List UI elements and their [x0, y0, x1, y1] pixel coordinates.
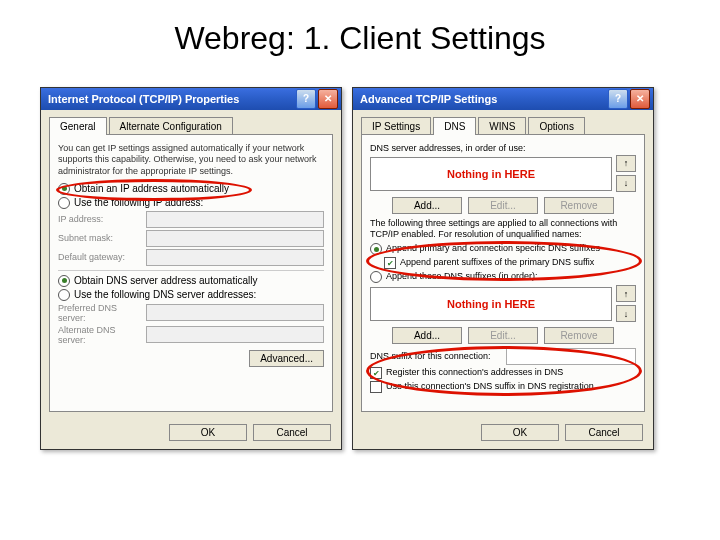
cancel-button[interactable]: Cancel: [565, 424, 643, 441]
remove-button[interactable]: Remove: [544, 197, 614, 214]
default-gateway-field: [146, 249, 324, 266]
help-icon[interactable]: ?: [296, 89, 316, 109]
advanced-tcpip-dialog: Advanced TCP/IP Settings ? ✕ IP Settings…: [352, 87, 654, 450]
preferred-dns-field: [146, 304, 324, 321]
advanced-button[interactable]: Advanced...: [249, 350, 324, 367]
tabstrip: General Alternate Configuration: [41, 110, 341, 134]
tabstrip: IP Settings DNS WINS Options: [353, 110, 653, 134]
window-title: Internet Protocol (TCP/IP) Properties: [44, 93, 294, 105]
radio-label: Obtain DNS server address automatically: [74, 275, 257, 286]
subnet-mask-field: [146, 230, 324, 247]
tab-options[interactable]: Options: [528, 117, 584, 135]
tab-general[interactable]: General: [49, 117, 107, 135]
conn-suffix-field[interactable]: [506, 348, 636, 365]
radio-label: Use the following DNS server addresses:: [74, 289, 256, 300]
slide-title: Webreg: 1. Client Settings: [0, 0, 720, 87]
dns-servers-listbox[interactable]: Nothing in HERE: [370, 157, 612, 191]
help-icon[interactable]: ?: [608, 89, 628, 109]
tab-dns[interactable]: DNS: [433, 117, 476, 135]
checkbox-label: Register this connection's addresses in …: [386, 367, 563, 379]
checkbox-append-parent[interactable]: Append parent suffixes of the primary DN…: [370, 257, 636, 269]
edit-button[interactable]: Edit...: [468, 327, 538, 344]
move-down-button[interactable]: ↓: [616, 305, 636, 322]
tab-ip-settings[interactable]: IP Settings: [361, 117, 431, 135]
radio-label: Obtain an IP address automatically: [74, 183, 229, 194]
radio-label: Append primary and connection specific D…: [386, 243, 600, 255]
checkbox-icon: [384, 257, 396, 269]
dns-list-label: DNS server addresses, in order of use:: [370, 143, 636, 155]
ok-button[interactable]: OK: [169, 424, 247, 441]
window-title: Advanced TCP/IP Settings: [356, 93, 606, 105]
checkbox-use-suffix-registration[interactable]: Use this connection's DNS suffix in DNS …: [370, 381, 636, 393]
divider: [58, 270, 324, 271]
edit-button[interactable]: Edit...: [468, 197, 538, 214]
subnet-mask-label: Subnet mask:: [58, 233, 140, 243]
ok-button[interactable]: OK: [481, 424, 559, 441]
tcpip-properties-dialog: Internet Protocol (TCP/IP) Properties ? …: [40, 87, 342, 450]
radio-icon: [370, 271, 382, 283]
alternate-dns-label: Alternate DNS server:: [58, 325, 140, 345]
close-icon[interactable]: ✕: [630, 89, 650, 109]
move-up-button[interactable]: ↑: [616, 285, 636, 302]
ip-address-field: [146, 211, 324, 228]
preferred-dns-label: Preferred DNS server:: [58, 303, 140, 323]
radio-use-following-ip[interactable]: Use the following IP address:: [58, 197, 324, 209]
checkbox-register-address[interactable]: Register this connection's addresses in …: [370, 367, 636, 379]
dialogs-row: Internet Protocol (TCP/IP) Properties ? …: [0, 87, 720, 450]
checkbox-icon: [370, 367, 382, 379]
radio-icon: [58, 289, 70, 301]
dialog-buttons: OK Cancel: [353, 420, 653, 449]
annotation-nothing-here: Nothing in HERE: [447, 298, 535, 310]
remove-button[interactable]: Remove: [544, 327, 614, 344]
checkbox-label: Append parent suffixes of the primary DN…: [400, 257, 594, 269]
radio-obtain-ip-auto[interactable]: Obtain an IP address automatically: [58, 183, 324, 195]
add-button[interactable]: Add...: [392, 197, 462, 214]
ip-address-label: IP address:: [58, 214, 140, 224]
tab-wins[interactable]: WINS: [478, 117, 526, 135]
alternate-dns-field: [146, 326, 324, 343]
radio-append-primary[interactable]: Append primary and connection specific D…: [370, 243, 636, 255]
ip-hint-text: You can get IP settings assigned automat…: [58, 143, 324, 177]
conn-suffix-label: DNS suffix for this connection:: [370, 351, 500, 363]
tab-body: You can get IP settings assigned automat…: [49, 134, 333, 412]
radio-icon: [58, 197, 70, 209]
default-gateway-label: Default gateway:: [58, 252, 140, 262]
radio-icon: [58, 183, 70, 195]
radio-obtain-dns-auto[interactable]: Obtain DNS server address automatically: [58, 275, 324, 287]
tab-body: DNS server addresses, in order of use: N…: [361, 134, 645, 412]
radio-append-these[interactable]: Append these DNS suffixes (in order):: [370, 271, 636, 283]
tab-alternate-config[interactable]: Alternate Configuration: [109, 117, 233, 135]
checkbox-label: Use this connection's DNS suffix in DNS …: [386, 381, 594, 393]
titlebar[interactable]: Internet Protocol (TCP/IP) Properties ? …: [41, 88, 341, 110]
radio-label: Append these DNS suffixes (in order):: [386, 271, 537, 283]
close-icon[interactable]: ✕: [318, 89, 338, 109]
resolve-hint: The following three settings are applied…: [370, 218, 636, 241]
annotation-nothing-here: Nothing in HERE: [447, 168, 535, 180]
radio-use-following-dns[interactable]: Use the following DNS server addresses:: [58, 289, 324, 301]
add-button[interactable]: Add...: [392, 327, 462, 344]
titlebar[interactable]: Advanced TCP/IP Settings ? ✕: [353, 88, 653, 110]
cancel-button[interactable]: Cancel: [253, 424, 331, 441]
dns-suffix-listbox[interactable]: Nothing in HERE: [370, 287, 612, 321]
radio-label: Use the following IP address:: [74, 197, 203, 208]
checkbox-icon: [370, 381, 382, 393]
radio-icon: [58, 275, 70, 287]
dialog-buttons: OK Cancel: [41, 420, 341, 449]
radio-icon: [370, 243, 382, 255]
move-down-button[interactable]: ↓: [616, 175, 636, 192]
move-up-button[interactable]: ↑: [616, 155, 636, 172]
